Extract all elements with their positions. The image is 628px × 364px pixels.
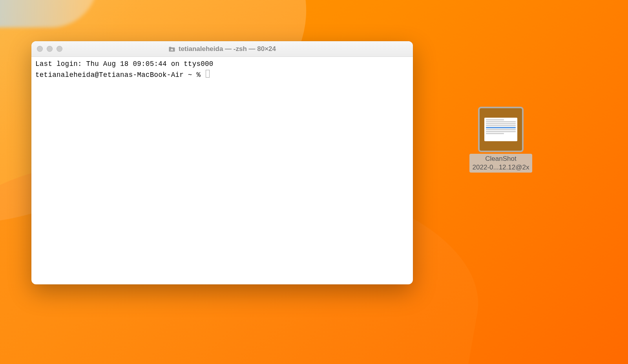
window-title: tetianaleheida — -zsh — 80×24 bbox=[168, 45, 276, 53]
terminal-window[interactable]: tetianaleheida — -zsh — 80×24 Last login… bbox=[31, 41, 413, 284]
terminal-prompt: tetianaleheida@Tetianas-MacBook-Air ~ % bbox=[35, 70, 205, 80]
terminal-content-area[interactable]: Last login: Thu Aug 18 09:05:44 on ttys0… bbox=[31, 57, 413, 284]
file-name-line2: 2022-0...12.12@2x bbox=[473, 163, 529, 172]
minimize-button[interactable] bbox=[47, 46, 53, 52]
home-folder-icon bbox=[168, 46, 175, 52]
window-title-text: tetianaleheida — -zsh — 80×24 bbox=[179, 45, 276, 53]
window-titlebar[interactable]: tetianaleheida — -zsh — 80×24 bbox=[31, 41, 413, 57]
desktop-file-item[interactable]: CleanShot 2022-0...12.12@2x bbox=[458, 107, 543, 173]
file-thumbnail[interactable] bbox=[478, 107, 524, 152]
file-label: CleanShot 2022-0...12.12@2x bbox=[469, 154, 533, 173]
maximize-button[interactable] bbox=[57, 46, 62, 52]
terminal-last-login: Last login: Thu Aug 18 09:05:44 on ttys0… bbox=[35, 59, 409, 69]
terminal-prompt-line: tetianaleheida@Tetianas-MacBook-Air ~ % bbox=[35, 69, 409, 80]
file-name-line1: CleanShot bbox=[473, 155, 529, 163]
terminal-cursor[interactable] bbox=[206, 70, 210, 78]
close-button[interactable] bbox=[37, 46, 43, 52]
thumbnail-preview bbox=[484, 118, 517, 141]
traffic-lights bbox=[37, 46, 62, 52]
